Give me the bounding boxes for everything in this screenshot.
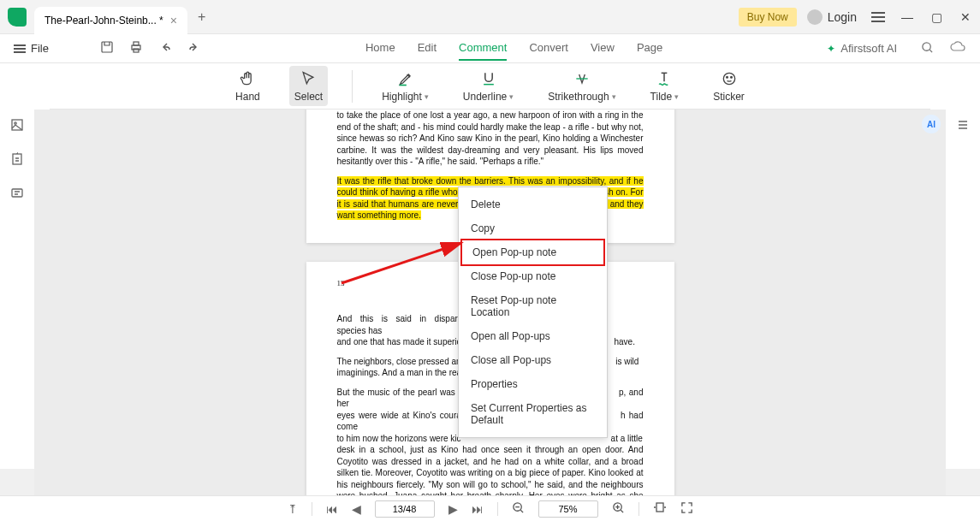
left-sidebar [0, 110, 34, 469]
comment-ribbon: Hand Select Highlight▾ Underline▾ Strike… [50, 63, 930, 110]
tool-select[interactable]: Select [289, 66, 328, 106]
ctx-open-popup-note[interactable]: Open Pop-up note [460, 239, 605, 266]
document-tab[interactable]: The-Pearl-John-Steinb... * × [34, 7, 187, 34]
tool-sticker[interactable]: Sticker [708, 66, 750, 106]
login-button[interactable]: Login [807, 9, 857, 25]
next-page-icon[interactable]: ▶ [448, 502, 458, 516]
ctx-properties[interactable]: Properties [459, 372, 607, 396]
ctx-close-popup-note[interactable]: Close Pop-up note [459, 264, 607, 288]
file-label: File [31, 42, 49, 55]
svg-rect-5 [399, 85, 406, 86]
svg-point-9 [726, 77, 728, 79]
cloud-icon[interactable] [949, 40, 966, 56]
tool-strike-label: Strikethrough [548, 91, 609, 103]
annotation-panel-icon[interactable] [10, 186, 24, 204]
tool-strikethrough[interactable]: Strikethrough▾ [543, 66, 621, 106]
chevron-down-icon[interactable]: ▾ [509, 92, 514, 101]
ctx-reset-popup-location[interactable]: Reset Pop-up note Location [459, 288, 607, 324]
svg-point-4 [923, 42, 930, 50]
ctx-set-default[interactable]: Set Current Properties as Default [459, 396, 607, 432]
zoom-in-icon[interactable] [612, 501, 625, 517]
fullscreen-icon[interactable] [680, 501, 693, 517]
close-window-button[interactable]: ✕ [951, 0, 980, 34]
document-viewport[interactable]: AI to take the place of one lost a year … [34, 110, 946, 495]
tab-edit[interactable]: Edit [418, 36, 437, 61]
ctx-copy[interactable]: Copy [459, 216, 607, 240]
chevron-down-icon[interactable]: ▾ [674, 92, 679, 101]
underline-icon [479, 69, 498, 88]
svg-rect-2 [134, 42, 139, 45]
fit-width-icon[interactable] [653, 501, 667, 516]
window-controls: — ▢ ✕ [864, 0, 980, 34]
svg-line-15 [342, 243, 461, 283]
add-tab-button[interactable]: + [198, 9, 205, 25]
svg-point-12 [15, 122, 16, 124]
tool-hand-label: Hand [235, 91, 260, 103]
svg-rect-0 [102, 42, 112, 52]
undo-icon[interactable] [158, 40, 172, 56]
ai-button[interactable]: ✦ Afirstsoft AI [827, 42, 897, 55]
svg-rect-13 [13, 154, 21, 164]
thumbnail-panel-icon[interactable] [10, 118, 24, 135]
highlight-icon [396, 69, 415, 88]
tool-sticker-label: Sticker [713, 91, 745, 103]
tab-page[interactable]: Page [637, 36, 662, 61]
context-menu: Delete Copy Open Pop-up note Close Pop-u… [458, 186, 608, 438]
titlebar: The-Pearl-John-Steinb... * × + Buy Now L… [0, 0, 980, 34]
tab-convert[interactable]: Convert [529, 36, 568, 61]
search-icon[interactable] [921, 41, 934, 56]
ctx-close-all-popups[interactable]: Close all Pop-ups [459, 348, 607, 372]
file-menu-button[interactable]: File [14, 42, 49, 55]
buy-now-button[interactable]: Buy Now [739, 8, 797, 27]
ctx-open-all-popups[interactable]: Open all Pop-ups [459, 324, 607, 348]
svg-rect-3 [134, 49, 139, 52]
close-icon[interactable]: × [170, 14, 177, 27]
redo-icon[interactable] [187, 40, 201, 56]
tool-tilde-label: Tilde [650, 91, 673, 103]
tool-tilde[interactable]: Tilde▾ [645, 66, 685, 106]
callout-arrow [337, 236, 474, 287]
ai-label-text: Afirstsoft AI [840, 42, 897, 55]
doc-paragraph[interactable]: to take the place of one lost a year ago… [337, 110, 644, 168]
chevron-down-icon[interactable]: ▾ [612, 92, 616, 101]
tool-underline-label: Underline [463, 91, 507, 103]
first-page-icon[interactable]: ⏮ [326, 502, 338, 516]
save-icon[interactable] [100, 40, 114, 56]
bookmark-panel-icon[interactable] [10, 152, 24, 169]
print-icon[interactable] [129, 40, 143, 56]
ai-assistant-badge[interactable]: AI [922, 115, 941, 133]
quick-toolbar: File Home Edit Comment Convert View Page… [0, 34, 980, 63]
zoom-out-icon[interactable] [512, 501, 525, 517]
scroll-top-icon[interactable]: ⤒ [288, 502, 298, 516]
tool-hand[interactable]: Hand [230, 66, 265, 106]
chevron-down-icon[interactable]: ▾ [425, 92, 429, 101]
minimize-button[interactable]: — [893, 0, 922, 34]
svg-rect-18 [656, 503, 663, 512]
hamburger-icon [871, 16, 885, 18]
last-page-icon[interactable]: ⏭ [472, 502, 484, 516]
page-input[interactable] [375, 500, 435, 518]
collapse-panel-icon[interactable] [956, 118, 970, 135]
tab-comment[interactable]: Comment [459, 36, 507, 61]
status-bar: ⤒ ⏮ ◀ ▶ ⏭ [0, 495, 980, 521]
tab-home[interactable]: Home [365, 36, 395, 61]
avatar-icon [807, 9, 823, 25]
menu-button[interactable] [864, 0, 893, 34]
tab-view[interactable]: View [591, 36, 615, 61]
zoom-input[interactable] [538, 500, 598, 518]
app-logo [0, 0, 34, 34]
svg-point-10 [730, 77, 732, 79]
maximize-button[interactable]: ▢ [922, 0, 951, 34]
sticker-icon [720, 69, 739, 88]
tool-highlight[interactable]: Highlight▾ [377, 66, 434, 106]
right-sidebar [946, 110, 980, 469]
tool-underline[interactable]: Underline▾ [458, 66, 519, 106]
ctx-delete[interactable]: Delete [459, 192, 607, 216]
main-tabs: Home Edit Comment Convert View Page [217, 36, 811, 61]
tab-title: The-Pearl-John-Steinb... * [45, 15, 163, 27]
strikethrough-icon [573, 69, 591, 88]
prev-page-icon[interactable]: ◀ [352, 502, 361, 516]
svg-point-8 [723, 73, 734, 84]
hamburger-icon [14, 48, 26, 50]
tilde-icon [655, 69, 674, 88]
